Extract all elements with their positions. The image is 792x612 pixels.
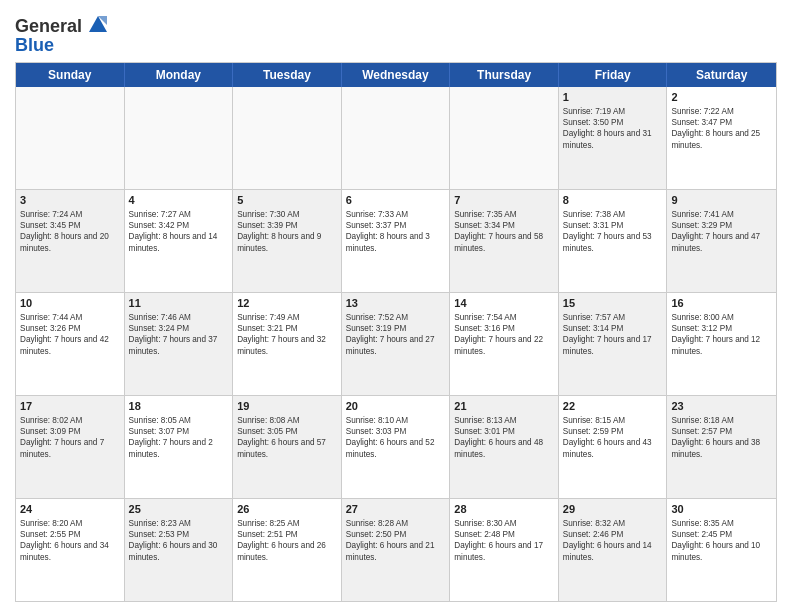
day-number: 26	[237, 502, 337, 517]
day-number: 18	[129, 399, 229, 414]
day-number: 6	[346, 193, 446, 208]
cell-info: Sunrise: 8:02 AM Sunset: 3:09 PM Dayligh…	[20, 415, 120, 460]
calendar-cell-1-5: 8Sunrise: 7:38 AM Sunset: 3:31 PM Daylig…	[559, 190, 668, 292]
day-number: 21	[454, 399, 554, 414]
header-saturday: Saturday	[667, 63, 776, 87]
cell-info: Sunrise: 7:54 AM Sunset: 3:16 PM Dayligh…	[454, 312, 554, 357]
cell-info: Sunrise: 7:52 AM Sunset: 3:19 PM Dayligh…	[346, 312, 446, 357]
cell-info: Sunrise: 7:49 AM Sunset: 3:21 PM Dayligh…	[237, 312, 337, 357]
cell-info: Sunrise: 8:28 AM Sunset: 2:50 PM Dayligh…	[346, 518, 446, 563]
cell-info: Sunrise: 8:13 AM Sunset: 3:01 PM Dayligh…	[454, 415, 554, 460]
day-number: 17	[20, 399, 120, 414]
calendar-cell-3-2: 19Sunrise: 8:08 AM Sunset: 3:05 PM Dayli…	[233, 396, 342, 498]
header-thursday: Thursday	[450, 63, 559, 87]
calendar-cell-2-5: 15Sunrise: 7:57 AM Sunset: 3:14 PM Dayli…	[559, 293, 668, 395]
calendar-cell-4-2: 26Sunrise: 8:25 AM Sunset: 2:51 PM Dayli…	[233, 499, 342, 601]
day-number: 2	[671, 90, 772, 105]
page: General Blue Sunday Monday Tuesday Wedne…	[0, 0, 792, 612]
calendar-cell-4-3: 27Sunrise: 8:28 AM Sunset: 2:50 PM Dayli…	[342, 499, 451, 601]
calendar-row-1: 3Sunrise: 7:24 AM Sunset: 3:45 PM Daylig…	[16, 190, 776, 293]
day-number: 9	[671, 193, 772, 208]
day-number: 24	[20, 502, 120, 517]
header-wednesday: Wednesday	[342, 63, 451, 87]
header: General Blue	[15, 10, 777, 56]
day-number: 23	[671, 399, 772, 414]
cell-info: Sunrise: 8:08 AM Sunset: 3:05 PM Dayligh…	[237, 415, 337, 460]
calendar-cell-0-4	[450, 87, 559, 189]
day-number: 27	[346, 502, 446, 517]
calendar-cell-3-4: 21Sunrise: 8:13 AM Sunset: 3:01 PM Dayli…	[450, 396, 559, 498]
cell-info: Sunrise: 8:20 AM Sunset: 2:55 PM Dayligh…	[20, 518, 120, 563]
cell-info: Sunrise: 7:41 AM Sunset: 3:29 PM Dayligh…	[671, 209, 772, 254]
cell-info: Sunrise: 7:24 AM Sunset: 3:45 PM Dayligh…	[20, 209, 120, 254]
calendar-cell-1-2: 5Sunrise: 7:30 AM Sunset: 3:39 PM Daylig…	[233, 190, 342, 292]
cell-info: Sunrise: 8:00 AM Sunset: 3:12 PM Dayligh…	[671, 312, 772, 357]
day-number: 5	[237, 193, 337, 208]
calendar-row-4: 24Sunrise: 8:20 AM Sunset: 2:55 PM Dayli…	[16, 499, 776, 601]
cell-info: Sunrise: 7:46 AM Sunset: 3:24 PM Dayligh…	[129, 312, 229, 357]
cell-info: Sunrise: 7:30 AM Sunset: 3:39 PM Dayligh…	[237, 209, 337, 254]
cell-info: Sunrise: 8:35 AM Sunset: 2:45 PM Dayligh…	[671, 518, 772, 563]
day-number: 29	[563, 502, 663, 517]
day-number: 12	[237, 296, 337, 311]
day-number: 28	[454, 502, 554, 517]
day-number: 8	[563, 193, 663, 208]
calendar: Sunday Monday Tuesday Wednesday Thursday…	[15, 62, 777, 602]
calendar-cell-3-1: 18Sunrise: 8:05 AM Sunset: 3:07 PM Dayli…	[125, 396, 234, 498]
day-number: 4	[129, 193, 229, 208]
calendar-cell-1-6: 9Sunrise: 7:41 AM Sunset: 3:29 PM Daylig…	[667, 190, 776, 292]
header-tuesday: Tuesday	[233, 63, 342, 87]
calendar-cell-3-5: 22Sunrise: 8:15 AM Sunset: 2:59 PM Dayli…	[559, 396, 668, 498]
cell-info: Sunrise: 7:33 AM Sunset: 3:37 PM Dayligh…	[346, 209, 446, 254]
calendar-row-0: 1Sunrise: 7:19 AM Sunset: 3:50 PM Daylig…	[16, 87, 776, 190]
calendar-cell-2-0: 10Sunrise: 7:44 AM Sunset: 3:26 PM Dayli…	[16, 293, 125, 395]
day-number: 22	[563, 399, 663, 414]
day-number: 7	[454, 193, 554, 208]
calendar-body: 1Sunrise: 7:19 AM Sunset: 3:50 PM Daylig…	[16, 87, 776, 601]
calendar-cell-0-6: 2Sunrise: 7:22 AM Sunset: 3:47 PM Daylig…	[667, 87, 776, 189]
calendar-cell-4-4: 28Sunrise: 8:30 AM Sunset: 2:48 PM Dayli…	[450, 499, 559, 601]
day-number: 11	[129, 296, 229, 311]
cell-info: Sunrise: 8:30 AM Sunset: 2:48 PM Dayligh…	[454, 518, 554, 563]
day-number: 3	[20, 193, 120, 208]
cell-info: Sunrise: 8:10 AM Sunset: 3:03 PM Dayligh…	[346, 415, 446, 460]
day-number: 20	[346, 399, 446, 414]
cell-info: Sunrise: 7:44 AM Sunset: 3:26 PM Dayligh…	[20, 312, 120, 357]
calendar-cell-1-1: 4Sunrise: 7:27 AM Sunset: 3:42 PM Daylig…	[125, 190, 234, 292]
calendar-header: Sunday Monday Tuesday Wednesday Thursday…	[16, 63, 776, 87]
logo-blue-text: Blue	[15, 35, 111, 56]
cell-info: Sunrise: 8:18 AM Sunset: 2:57 PM Dayligh…	[671, 415, 772, 460]
day-number: 19	[237, 399, 337, 414]
cell-info: Sunrise: 7:35 AM Sunset: 3:34 PM Dayligh…	[454, 209, 554, 254]
calendar-cell-1-4: 7Sunrise: 7:35 AM Sunset: 3:34 PM Daylig…	[450, 190, 559, 292]
cell-info: Sunrise: 8:32 AM Sunset: 2:46 PM Dayligh…	[563, 518, 663, 563]
calendar-cell-2-6: 16Sunrise: 8:00 AM Sunset: 3:12 PM Dayli…	[667, 293, 776, 395]
cell-info: Sunrise: 8:23 AM Sunset: 2:53 PM Dayligh…	[129, 518, 229, 563]
logo: General Blue	[15, 14, 111, 56]
calendar-cell-0-2	[233, 87, 342, 189]
cell-info: Sunrise: 7:22 AM Sunset: 3:47 PM Dayligh…	[671, 106, 772, 151]
cell-info: Sunrise: 8:25 AM Sunset: 2:51 PM Dayligh…	[237, 518, 337, 563]
day-number: 16	[671, 296, 772, 311]
calendar-cell-0-0	[16, 87, 125, 189]
calendar-cell-4-1: 25Sunrise: 8:23 AM Sunset: 2:53 PM Dayli…	[125, 499, 234, 601]
day-number: 10	[20, 296, 120, 311]
calendar-cell-4-6: 30Sunrise: 8:35 AM Sunset: 2:45 PM Dayli…	[667, 499, 776, 601]
calendar-row-2: 10Sunrise: 7:44 AM Sunset: 3:26 PM Dayli…	[16, 293, 776, 396]
calendar-cell-3-6: 23Sunrise: 8:18 AM Sunset: 2:57 PM Dayli…	[667, 396, 776, 498]
calendar-row-3: 17Sunrise: 8:02 AM Sunset: 3:09 PM Dayli…	[16, 396, 776, 499]
cell-info: Sunrise: 8:15 AM Sunset: 2:59 PM Dayligh…	[563, 415, 663, 460]
logo-icon	[85, 12, 111, 38]
day-number: 15	[563, 296, 663, 311]
calendar-cell-1-3: 6Sunrise: 7:33 AM Sunset: 3:37 PM Daylig…	[342, 190, 451, 292]
day-number: 14	[454, 296, 554, 311]
day-number: 1	[563, 90, 663, 105]
calendar-cell-0-5: 1Sunrise: 7:19 AM Sunset: 3:50 PM Daylig…	[559, 87, 668, 189]
calendar-cell-4-5: 29Sunrise: 8:32 AM Sunset: 2:46 PM Dayli…	[559, 499, 668, 601]
calendar-cell-2-4: 14Sunrise: 7:54 AM Sunset: 3:16 PM Dayli…	[450, 293, 559, 395]
calendar-cell-4-0: 24Sunrise: 8:20 AM Sunset: 2:55 PM Dayli…	[16, 499, 125, 601]
day-number: 30	[671, 502, 772, 517]
cell-info: Sunrise: 7:19 AM Sunset: 3:50 PM Dayligh…	[563, 106, 663, 151]
cell-info: Sunrise: 7:38 AM Sunset: 3:31 PM Dayligh…	[563, 209, 663, 254]
header-sunday: Sunday	[16, 63, 125, 87]
